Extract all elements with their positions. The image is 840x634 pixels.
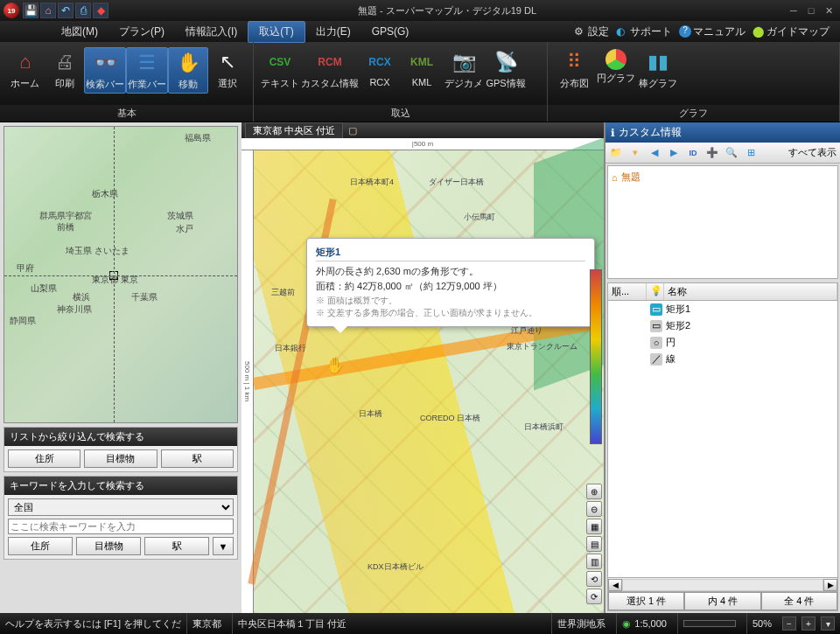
map-tab-location[interactable]: 東京都 中央区 付近 bbox=[245, 122, 343, 139]
map-zoom-btn[interactable]: ⊖ bbox=[586, 501, 602, 517]
menu-support[interactable]: ◐サポート bbox=[612, 23, 676, 41]
new-tab-icon[interactable]: ▢ bbox=[348, 125, 357, 136]
qat-undo-icon[interactable]: ↶ bbox=[58, 3, 74, 18]
zoom-slider[interactable] bbox=[683, 620, 736, 627]
ribbon-select[interactable]: ↖選択 bbox=[208, 47, 248, 92]
status-scale[interactable]: ◉1:5,000 bbox=[616, 613, 672, 634]
list-item[interactable]: ▭矩形2 bbox=[608, 317, 837, 334]
mm-label: 甲府 bbox=[17, 262, 34, 275]
foot-all[interactable]: 全 4 件 bbox=[761, 592, 837, 610]
search-list-box: リストから絞り込んで検索する 住所 目標物 駅 bbox=[4, 427, 238, 472]
scrollbar-track[interactable] bbox=[622, 579, 823, 591]
menu-map[interactable]: 地図(M) bbox=[51, 22, 108, 42]
map-label: KDX日本橋ビル bbox=[368, 561, 424, 573]
id-icon[interactable]: ID bbox=[686, 146, 700, 160]
list-item[interactable]: ▭矩形1 bbox=[608, 301, 837, 317]
search-addr-button[interactable]: 住所 bbox=[8, 449, 80, 468]
ribbon-group-graph: グラフ bbox=[548, 105, 839, 122]
layout-icon[interactable]: ⊞ bbox=[744, 146, 758, 160]
foot-selected[interactable]: 選択 1 件 bbox=[608, 592, 684, 610]
keyword-input[interactable] bbox=[8, 519, 234, 534]
kw-addr-button[interactable]: 住所 bbox=[8, 537, 73, 555]
ribbon-text[interactable]: CSVテキスト bbox=[259, 47, 301, 92]
menu-export[interactable]: 出力(E) bbox=[305, 22, 361, 42]
ribbon-move[interactable]: ✋移動 bbox=[168, 47, 207, 94]
list-item[interactable]: ／線 bbox=[608, 351, 837, 367]
status-more-button[interactable]: ▾ bbox=[821, 617, 835, 631]
col-name[interactable]: 名称 bbox=[664, 283, 837, 300]
ribbon-pie[interactable]: 円グラフ bbox=[595, 47, 637, 87]
next-icon[interactable]: ▶ bbox=[667, 146, 681, 160]
qat-save-icon[interactable]: 💾 bbox=[23, 3, 38, 18]
guide-icon: ⬤ bbox=[752, 25, 765, 38]
search-landmark-button[interactable]: 目標物 bbox=[84, 449, 157, 468]
camera-icon: 📷 bbox=[451, 49, 477, 75]
status-datum[interactable]: 世界測地系 bbox=[551, 613, 611, 634]
map-grid-btn[interactable]: ▦ bbox=[586, 519, 602, 534]
kw-landmark-button[interactable]: 目標物 bbox=[76, 537, 141, 555]
prev-icon[interactable]: ◀ bbox=[648, 146, 662, 160]
status-addr: 中央区日本橋１丁目 付近 bbox=[232, 613, 546, 634]
gear-icon: ⚙ bbox=[574, 25, 586, 38]
help-icon: ? bbox=[679, 25, 691, 38]
show-all-label[interactable]: すべて表示 bbox=[763, 146, 836, 159]
qat-home-icon[interactable]: ⌂ bbox=[40, 3, 56, 18]
ribbon-print[interactable]: 🖨印刷 bbox=[45, 47, 84, 92]
close-button[interactable]: ✕ bbox=[821, 3, 836, 17]
col-icon[interactable]: 💡 bbox=[647, 283, 664, 300]
tooltip-note: ※ 面積は概算です。 bbox=[316, 295, 585, 307]
list-icon: ☰ bbox=[134, 50, 160, 76]
minimize-button[interactable]: ─ bbox=[786, 3, 802, 17]
map-rotate-btn[interactable]: ⟳ bbox=[586, 589, 602, 604]
save-icon[interactable]: ▾ bbox=[628, 146, 642, 160]
ribbon-home[interactable]: ⌂ホーム bbox=[5, 47, 45, 92]
ribbon-camera[interactable]: 📷デジカメ bbox=[443, 47, 485, 92]
ribbon-custom[interactable]: RCMカスタム情報 bbox=[301, 47, 359, 92]
mm-label: 福島県 bbox=[185, 132, 211, 144]
foot-inner[interactable]: 内 4 件 bbox=[684, 592, 760, 610]
map-grid-btn[interactable]: ▤ bbox=[586, 536, 602, 552]
line-icon: ／ bbox=[650, 353, 662, 366]
menu-gps[interactable]: GPS(G) bbox=[361, 23, 420, 40]
qat-print-icon[interactable]: ⎙ bbox=[75, 3, 91, 18]
list-item[interactable]: ○円 bbox=[608, 334, 837, 351]
qat-diamond-icon[interactable]: ◆ bbox=[93, 3, 108, 18]
mm-label: 水戸 bbox=[176, 223, 193, 235]
menu-manual[interactable]: ?マニュアル bbox=[676, 23, 749, 41]
menu-guidemap[interactable]: ⬤ガイドマップ bbox=[749, 23, 833, 41]
map-zoom-btn[interactable]: ⊕ bbox=[586, 484, 602, 499]
region-select[interactable]: 全国 bbox=[8, 498, 234, 516]
ribbon-gpsinfo[interactable]: 📡GPS情報 bbox=[485, 47, 527, 92]
map-canvas[interactable]: |500 m 500 m | 1 km 日本橋本町4 ダイザー日本橋 小伝馬町 … bbox=[242, 138, 604, 613]
folder-icon[interactable]: 📁 bbox=[609, 146, 623, 160]
maximize-button[interactable]: □ bbox=[803, 3, 819, 17]
ribbon-searchbar[interactable]: 👓検索バー bbox=[84, 47, 126, 94]
ribbon-bar[interactable]: ▮▮棒グラフ bbox=[637, 47, 679, 92]
ribbon-rcx[interactable]: RCXRCX bbox=[359, 47, 401, 89]
scroll-right-button[interactable]: ▶ bbox=[823, 579, 837, 591]
map-grid-btn[interactable]: ▥ bbox=[586, 554, 602, 569]
menu-settings[interactable]: ⚙設定 bbox=[570, 23, 612, 41]
custom-info-tree[interactable]: ⌂無題 bbox=[607, 165, 838, 279]
menu-info[interactable]: 情報記入(I) bbox=[175, 22, 248, 42]
shape-list[interactable]: ▭矩形1 ▭矩形2 ○円 ／線 bbox=[608, 301, 837, 577]
search-icon[interactable]: 🔍 bbox=[724, 146, 738, 160]
right-panel-title: カスタム情報 bbox=[619, 125, 682, 140]
overview-map[interactable]: 福島県 栃木県 群馬県宇都宮 前橋 茨城県 水戸 埼玉県 さいたま 甲府 東京都… bbox=[4, 126, 238, 423]
kw-station-button[interactable]: 駅 bbox=[144, 537, 209, 555]
zoom-out-button[interactable]: − bbox=[782, 617, 796, 631]
mm-label: 横浜 bbox=[73, 291, 90, 303]
search-station-button[interactable]: 駅 bbox=[161, 449, 234, 468]
ribbon-kml[interactable]: KMLKML bbox=[401, 47, 443, 89]
ribbon-workbar[interactable]: ☰作業バー bbox=[126, 47, 168, 94]
ribbon-dist[interactable]: ⠿分布図 bbox=[553, 47, 595, 92]
tooltip-area: 面積：約 42万8,000 ㎡（約 12万9,000 坪） bbox=[316, 280, 585, 293]
menu-import[interactable]: 取込(T) bbox=[248, 21, 304, 43]
col-order[interactable]: 順... bbox=[608, 283, 647, 300]
kw-more-button[interactable]: ▼ bbox=[213, 537, 234, 555]
scroll-left-button[interactable]: ◀ bbox=[608, 579, 622, 591]
menu-plan[interactable]: プラン(P) bbox=[108, 22, 175, 42]
map-rotate-btn[interactable]: ⟲ bbox=[586, 571, 602, 587]
zoom-in-button[interactable]: + bbox=[802, 617, 816, 631]
add-icon[interactable]: ➕ bbox=[705, 146, 719, 160]
